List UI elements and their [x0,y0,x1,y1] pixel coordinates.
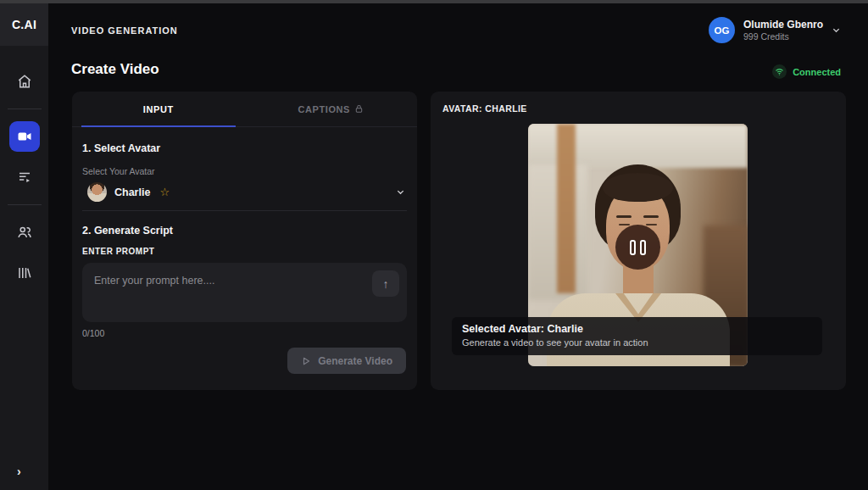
sidebar-item-avatars[interactable] [9,217,40,248]
sidebar-item-video-generation[interactable] [9,121,40,152]
chevron-down-icon[interactable] [832,25,841,35]
char-counter: 0/100 [82,328,407,338]
avatar-select-label: Select Your Avatar [82,166,407,176]
avatar-hair-fringe [603,173,673,202]
step1-title: 1. Select Avatar [82,142,407,154]
page-header-title: VIDEO GENERATION [71,25,178,36]
generate-video-button[interactable]: Generate Video [287,348,406,374]
tab-captions[interactable]: CAPTIONS [245,92,418,126]
input-card: INPUT CAPTIONS 1. Select Avatar Select Y… [72,92,417,390]
tab-captions-label: CAPTIONS [298,104,350,114]
preview-header: AVATAR: CHARLIE [431,92,846,114]
user-info: Olumide Gbenro 999 Credits [743,19,823,42]
avatar-brow [643,215,659,218]
avatar-brow [616,215,632,218]
play-icon [301,356,311,366]
prompt-input[interactable] [82,263,407,322]
tab-input-label: INPUT [143,104,174,114]
app-window: C.AI [0,0,868,490]
arrow-up-icon: ↑ [383,277,389,291]
submit-prompt-button[interactable]: ↑ [372,270,399,297]
prompt-label: ENTER PROMPT [82,247,407,256]
user-menu[interactable]: OG Olumide Gbenro 999 Credits [709,17,841,43]
avatar-select-dropdown[interactable]: Charlie ☆ [82,176,407,211]
pause-icon [640,240,646,255]
sidebar-item-home[interactable] [9,66,40,97]
page-title: Create Video [71,61,159,78]
script-queue-icon [17,170,32,185]
avatar-thumbnail [87,182,107,202]
prompt-box: ↑ [82,263,407,322]
sidebar-divider [8,109,42,109]
connection-status: Connected [772,64,841,79]
user-name: Olumide Gbenro [743,19,823,32]
video-camera-icon [17,129,32,144]
sidebar: C.AI [0,3,48,490]
app-logo: C.AI [0,3,48,46]
pause-icon [630,240,636,255]
tab-input[interactable]: INPUT [72,92,245,126]
preview-card: AVATAR: CHARLIE [431,92,846,390]
sidebar-item-analytics[interactable] [9,258,40,288]
lock-icon [354,104,364,114]
avatar-eye [619,224,630,226]
status-badge: Connected [793,67,841,77]
sidebar-divider [8,204,42,205]
sidebar-nav [0,61,48,293]
user-credits: 999 Credits [743,31,823,42]
generate-video-label: Generate Video [318,355,392,367]
wifi-icon [772,64,787,79]
star-icon: ☆ [159,186,170,198]
input-panel-body: 1. Select Avatar Select Your Avatar Char… [72,142,417,338]
home-icon [17,74,32,89]
bar-chart-icon [17,265,32,281]
sidebar-item-scripts[interactable] [9,162,40,192]
step2-title: 2. Generate Script [82,225,407,237]
sidebar-expand-button[interactable]: › [17,465,21,478]
avatar-eye [646,224,657,226]
avatar[interactable]: OG [709,17,735,43]
overlay-title: Selected Avatar: Charlie [462,323,812,335]
chevron-down-icon [396,187,405,197]
selected-avatar-name: Charlie [114,187,150,198]
pause-button[interactable] [615,225,660,270]
users-icon [17,225,32,240]
main-area: VIDEO GENERATION OG Olumide Gbenro 999 C… [48,3,868,490]
overlay-subtitle: Generate a video to see your avatar in a… [462,337,812,348]
selected-avatar-overlay: Selected Avatar: Charlie Generate a vide… [452,317,822,355]
tab-bar: INPUT CAPTIONS [72,92,417,127]
app-logo-text: C.AI [12,18,36,31]
video-background-beam [557,124,576,293]
